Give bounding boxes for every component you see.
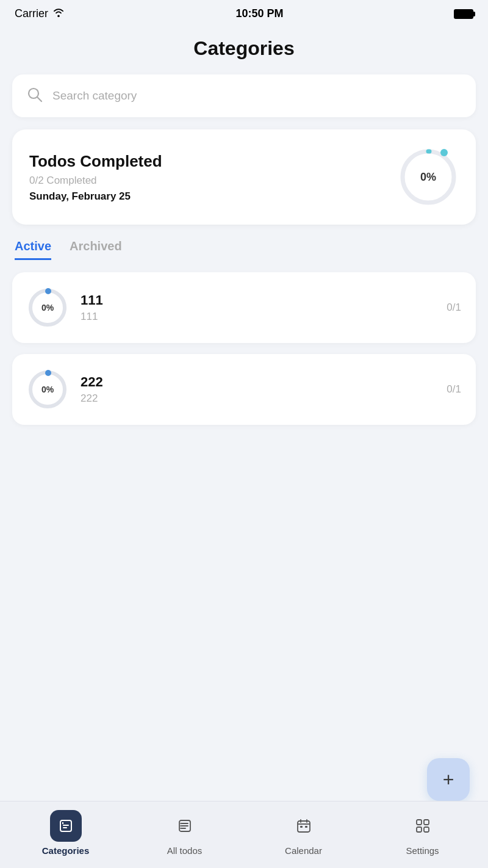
settings-icon — [414, 817, 431, 834]
nav-categories-label: Categories — [42, 845, 90, 856]
todos-completed-card[interactable]: Todos Completed 0/2 Completed Sunday, Fe… — [12, 129, 476, 225]
todos-card-title: Todos Completed — [29, 152, 162, 171]
wifi-icon — [52, 7, 65, 20]
battery-icon — [454, 9, 473, 19]
nav-calendar-label: Calendar — [285, 845, 322, 856]
svg-point-13 — [180, 825, 181, 826]
category-2-desc: 222 — [81, 392, 434, 405]
category-card-111[interactable]: 0% 111 111 0/1 — [12, 272, 476, 343]
category-1-name: 111 — [81, 292, 434, 308]
page-title: Categories — [0, 25, 488, 74]
todos-progress-circle: 0% — [398, 146, 459, 208]
svg-line-1 — [37, 97, 41, 101]
category-2-progress-circle: 0% — [27, 369, 68, 410]
svg-point-12 — [180, 823, 181, 824]
nav-calendar[interactable]: Calendar — [273, 810, 334, 856]
todos-card-subtitle: 0/2 Completed — [29, 175, 162, 187]
categories-nav-icon-wrap — [50, 810, 82, 842]
svg-rect-16 — [300, 826, 303, 828]
category-2-percent: 0% — [41, 385, 54, 394]
nav-settings-label: Settings — [406, 845, 439, 856]
category-1-circle-dot — [45, 288, 51, 294]
main-content: Search category Todos Completed 0/2 Comp… — [0, 74, 488, 425]
calendar-nav-icon-wrap — [288, 810, 320, 842]
category-1-count: 0/1 — [447, 302, 461, 314]
svg-rect-19 — [424, 820, 429, 825]
todos-percent-label: 0% — [420, 171, 436, 184]
svg-point-14 — [180, 828, 181, 829]
svg-rect-15 — [298, 821, 310, 832]
alltodos-nav-icon-wrap — [169, 810, 201, 842]
nav-alltodos-label: All todos — [167, 845, 203, 856]
search-bar[interactable]: Search category — [12, 74, 476, 117]
category-card-222[interactable]: 0% 222 222 0/1 — [12, 354, 476, 425]
circle-dot — [440, 149, 448, 156]
svg-rect-20 — [417, 827, 422, 832]
alltodos-icon — [176, 817, 193, 834]
bottom-nav: Categories All todos Calendar — [0, 801, 488, 868]
category-1-desc: 111 — [81, 311, 434, 323]
svg-rect-9 — [63, 825, 69, 826]
category-2-circle-dot — [45, 370, 51, 376]
categories-icon — [57, 817, 74, 834]
svg-rect-18 — [417, 820, 422, 825]
category-1-progress-circle: 0% — [27, 287, 68, 328]
todos-card-date: Sunday, February 25 — [29, 190, 162, 203]
tab-active[interactable]: Active — [15, 239, 51, 260]
calendar-icon — [295, 817, 312, 834]
nav-settings[interactable]: Settings — [392, 810, 453, 856]
tab-archived[interactable]: Archived — [70, 239, 122, 260]
category-1-percent: 0% — [41, 303, 54, 313]
nav-alltodos[interactable]: All todos — [154, 810, 215, 856]
svg-rect-17 — [305, 826, 307, 828]
tabs-container: Active Archived — [12, 239, 476, 260]
nav-categories[interactable]: Categories — [35, 810, 96, 856]
carrier-label: Carrier — [15, 7, 65, 20]
fab-plus-icon: + — [443, 770, 454, 789]
svg-rect-21 — [424, 827, 429, 832]
category-2-name: 222 — [81, 374, 434, 390]
svg-rect-10 — [63, 827, 67, 828]
status-bar: Carrier 10:50 PM — [0, 0, 488, 25]
status-time: 10:50 PM — [235, 7, 283, 20]
settings-nav-icon-wrap — [407, 810, 439, 842]
category-2-count: 0/1 — [447, 383, 461, 396]
add-category-button[interactable]: + — [427, 758, 470, 801]
search-icon — [27, 87, 43, 105]
search-placeholder: Search category — [52, 89, 137, 103]
